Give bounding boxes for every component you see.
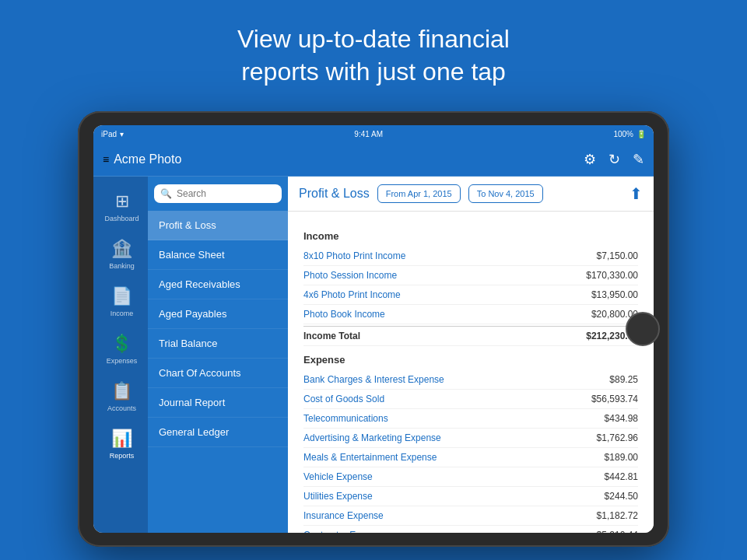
status-time: 9:41 AM — [354, 130, 383, 138]
table-row: Telecommunications $434.98 — [303, 409, 638, 429]
nav-item-aged-receivables[interactable]: Aged Receivables — [148, 270, 288, 299]
table-row: Contractor Expense $5,210.44 — [303, 526, 638, 533]
sidebar-item-dashboard[interactable]: ⊞ Dashboard — [93, 183, 148, 230]
table-row: 4x6 Photo Print Income $13,950.00 — [303, 285, 638, 305]
row-label[interactable]: Photo Session Income — [303, 270, 397, 281]
dashboard-icon: ⊞ — [110, 191, 135, 212]
ipad-wrapper: iPad ▾ 9:41 AM 100% 🔋 ≡ Acme Photo ⚙ ↻ ✎ — [0, 103, 747, 547]
sidebar-label-banking: Banking — [109, 262, 135, 270]
table-row: Cost of Goods Sold $56,593.74 — [303, 390, 638, 409]
share-button[interactable]: ⬆ — [630, 184, 643, 203]
table-row: Meals & Entertainment Expense $189.00 — [303, 448, 638, 467]
device-label: iPad — [101, 130, 117, 138]
hero-section: View up-to-date financial reports with j… — [0, 0, 747, 103]
ipad-screen: iPad ▾ 9:41 AM 100% 🔋 ≡ Acme Photo ⚙ ↻ ✎ — [93, 125, 654, 533]
nav-item-chart-of-accounts[interactable]: Chart Of Accounts — [148, 359, 288, 388]
row-amount: $89.25 — [609, 374, 638, 385]
income-icon: 📄 — [110, 285, 135, 307]
report-header: Profit & Loss From Apr 1, 2015 To Nov 4,… — [288, 177, 654, 212]
row-label[interactable]: Utilities Expense — [303, 491, 373, 502]
row-label[interactable]: 4x6 Photo Print Income — [303, 289, 401, 300]
row-label[interactable]: Insurance Expense — [303, 510, 384, 521]
row-label[interactable]: 8x10 Photo Print Income — [303, 250, 405, 261]
wifi-icon: ▾ — [120, 130, 124, 138]
main-content: Profit & Loss From Apr 1, 2015 To Nov 4,… — [288, 177, 654, 533]
edit-icon[interactable]: ✎ — [633, 151, 644, 168]
table-row: Bank Charges & Interest Expense $89.25 — [303, 370, 638, 390]
row-label[interactable]: Vehicle Expense — [303, 471, 373, 482]
nav-item-profit-loss[interactable]: Profit & Loss — [148, 211, 288, 240]
reports-icon: 📊 — [110, 428, 135, 450]
sidebar-label-expenses: Expenses — [107, 357, 138, 365]
nav-item-journal-report[interactable]: Journal Report — [148, 388, 288, 418]
table-row: Insurance Expense $1,182.72 — [303, 506, 638, 526]
status-bar: iPad ▾ 9:41 AM 100% 🔋 — [93, 125, 654, 142]
total-label: Income Total — [303, 331, 360, 341]
banking-icon: 🏦 — [110, 238, 135, 260]
app-header: ≡ Acme Photo ⚙ ↻ ✎ — [93, 142, 654, 177]
gear-icon[interactable]: ⚙ — [584, 151, 596, 168]
ipad-frame: iPad ▾ 9:41 AM 100% 🔋 ≡ Acme Photo ⚙ ↻ ✎ — [78, 111, 669, 547]
section-title-income: Income — [303, 230, 638, 242]
row-amount: $1,762.96 — [597, 432, 638, 443]
table-row: Photo Session Income $170,330.00 — [303, 266, 638, 285]
row-label[interactable]: Photo Book Income — [303, 309, 385, 320]
sidebar-item-reports[interactable]: 📊 Reports — [93, 420, 148, 467]
menu-icon[interactable]: ≡ — [103, 153, 109, 166]
nav-item-trial-balance[interactable]: Trial Balance — [148, 329, 288, 359]
accounts-icon: 📋 — [110, 380, 135, 402]
sidebar-item-income[interactable]: 📄 Income — [93, 278, 148, 325]
status-left: iPad ▾ — [101, 130, 124, 138]
row-amount: $434.98 — [605, 413, 638, 424]
row-label[interactable]: Contractor Expense — [303, 530, 386, 533]
home-button[interactable] — [626, 312, 660, 346]
section-title-expense: Expense — [303, 354, 638, 366]
total-row: Income Total $212,230.00 — [303, 326, 638, 346]
date-to-button[interactable]: To Nov 4, 2015 — [468, 184, 543, 203]
row-label[interactable]: Cost of Goods Sold — [303, 394, 384, 404]
sidebar-item-accounts[interactable]: 📋 Accounts — [93, 373, 148, 420]
search-box: 🔍 — [154, 184, 282, 203]
nav-item-general-ledger[interactable]: General Ledger — [148, 418, 288, 447]
row-label[interactable]: Telecommunications — [303, 413, 388, 424]
row-label[interactable]: Bank Charges & Interest Expense — [303, 374, 444, 385]
row-amount: $244.50 — [605, 491, 638, 502]
row-amount: $13,950.00 — [591, 289, 638, 300]
sidebar-item-expenses[interactable]: 💲 Expenses — [93, 325, 148, 373]
battery-icon: 🔋 — [637, 130, 646, 138]
row-label[interactable]: Advertising & Marketing Expense — [303, 432, 441, 443]
row-amount: $170,330.00 — [586, 270, 638, 281]
nav-items: Profit & LossBalance SheetAged Receivabl… — [148, 211, 288, 447]
row-amount: $56,593.74 — [591, 394, 638, 404]
refresh-icon[interactable]: ↻ — [608, 151, 620, 168]
row-amount: $5,210.44 — [597, 530, 638, 533]
sidebar-label-income: Income — [110, 310, 134, 317]
nav-item-aged-payables[interactable]: Aged Payables — [148, 299, 288, 329]
nav-item-balance-sheet[interactable]: Balance Sheet — [148, 240, 288, 270]
sidebar-item-banking[interactable]: 🏦 Banking — [93, 230, 148, 278]
table-row: Advertising & Marketing Expense $1,762.9… — [303, 429, 638, 448]
table-row: 8x10 Photo Print Income $7,150.00 — [303, 247, 638, 266]
battery-label: 100% — [613, 130, 633, 138]
row-amount: $1,182.72 — [597, 510, 638, 521]
table-row: Photo Book Income $20,800.00 — [303, 305, 638, 324]
hero-title: View up-to-date financial reports with j… — [16, 23, 731, 88]
row-amount: $7,150.00 — [597, 250, 638, 261]
header-icons: ⚙ ↻ ✎ — [584, 151, 644, 168]
row-label[interactable]: Meals & Entertainment Expense — [303, 452, 437, 463]
table-row: Vehicle Expense $442.81 — [303, 467, 638, 487]
expenses-icon: 💲 — [110, 333, 135, 355]
report-section-income: Income 8x10 Photo Print Income $7,150.00… — [303, 230, 638, 346]
app-title: Acme Photo — [114, 152, 181, 166]
sidebar-label-dashboard: Dashboard — [104, 215, 139, 222]
row-amount: $189.00 — [605, 452, 638, 463]
date-from-button[interactable]: From Apr 1, 2015 — [377, 184, 461, 203]
row-amount: $442.81 — [605, 471, 638, 482]
report-title: Profit & Loss — [299, 187, 370, 201]
search-icon: 🔍 — [160, 188, 172, 199]
report-body: Income 8x10 Photo Print Income $7,150.00… — [288, 212, 654, 533]
nav-menu: 🔍 Profit & LossBalance SheetAged Receiva… — [148, 177, 288, 533]
report-section-expense: Expense Bank Charges & Interest Expense … — [303, 354, 638, 533]
status-right: 100% 🔋 — [613, 130, 646, 138]
search-input[interactable] — [177, 188, 275, 199]
